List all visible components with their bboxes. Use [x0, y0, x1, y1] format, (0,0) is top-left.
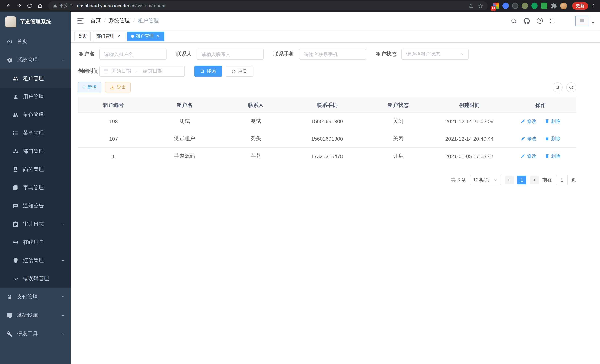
refresh-table-button[interactable]: [566, 82, 576, 92]
sidebar-group-system[interactable]: 系统管理: [0, 51, 71, 69]
sidebar-item-notice[interactable]: 通知公告: [0, 197, 71, 215]
tag-dept[interactable]: 部门管理: [93, 31, 125, 41]
sidebar-fold-icon[interactable]: [76, 17, 84, 25]
breadcrumb-home[interactable]: 首页: [91, 18, 109, 24]
sidebar-group-pay[interactable]: 支付管理: [0, 288, 71, 306]
goto-page-input[interactable]: [556, 175, 568, 185]
table-header: 租户编号 租户名 联系人 联系手机 租户状态 创建时间 操作: [78, 98, 576, 113]
user-avatar[interactable]: [575, 16, 589, 26]
ext-dark-icon[interactable]: [512, 3, 518, 9]
pagination-total: 共 3 条: [451, 177, 466, 183]
tag-label: 部门管理: [96, 33, 114, 39]
reset-button[interactable]: 重置: [225, 66, 253, 77]
tag-home[interactable]: 首页: [74, 31, 91, 41]
browser-update-button[interactable]: 更新: [572, 2, 588, 9]
ext-colorful-icon[interactable]: 10: [493, 3, 499, 9]
share-icon[interactable]: [469, 3, 474, 8]
cell-mobile: 15601691300: [291, 130, 363, 148]
ext-chat-icon[interactable]: [541, 3, 547, 9]
tenant-name-input[interactable]: [99, 49, 167, 60]
sidebar-item-dict[interactable]: 字典管理: [0, 178, 71, 197]
delete-link[interactable]: 删除: [545, 135, 561, 142]
sidebar-item-home[interactable]: 首页: [0, 32, 71, 51]
browser-reload-button[interactable]: [25, 1, 34, 10]
chevron-down-icon: [61, 222, 65, 226]
question-icon: [537, 18, 543, 24]
home-icon: [37, 3, 42, 9]
sidebar-item-post[interactable]: 岗位管理: [0, 160, 71, 178]
toggle-search-button[interactable]: [553, 82, 562, 92]
font-size-button[interactable]: [562, 17, 570, 25]
next-page-button[interactable]: [530, 176, 539, 184]
filter-row-1: 租户名 联系人 联系手机 租户状态 请选择租户状态: [78, 49, 576, 60]
cell-mobile: 17321315478: [291, 148, 363, 165]
main-area: 首页 系统管理 租户管理: [71, 11, 600, 364]
close-icon[interactable]: [116, 34, 121, 39]
ext-blue-icon[interactable]: [502, 3, 509, 9]
contact-input[interactable]: [197, 49, 264, 60]
log-icon: [13, 221, 19, 227]
filter-status: 租户状态 请选择租户状态: [376, 49, 469, 60]
avatar-dropdown-caret[interactable]: [592, 20, 594, 26]
sidebar-group-sms[interactable]: 短信管理: [0, 251, 71, 269]
delete-link[interactable]: 删除: [545, 118, 561, 125]
help-button[interactable]: [536, 17, 544, 25]
tag-tenant-active[interactable]: 租户管理: [127, 31, 164, 41]
back-arrow-icon: [6, 3, 11, 9]
prev-page-button[interactable]: [505, 176, 514, 184]
tag-label: 租户管理: [136, 33, 154, 39]
logo-image: [5, 16, 16, 28]
badge-icon: [13, 166, 19, 172]
chevron-down-icon: [460, 52, 465, 56]
page-size-select[interactable]: 10条/页: [470, 175, 501, 185]
fullscreen-button[interactable]: [549, 17, 557, 25]
edit-link[interactable]: 修改: [521, 153, 536, 159]
sidebar-item-label: 租户管理: [23, 75, 44, 82]
browser-profile-avatar[interactable]: [560, 2, 567, 9]
address-bar[interactable]: 不安全 dashboard.yudao.iocoder.cn/system/te…: [48, 1, 488, 10]
sidebar-item-label: 字典管理: [23, 184, 44, 191]
edit-link[interactable]: 修改: [521, 118, 536, 125]
date-range-picker[interactable]: 开始日期 - 结束日期: [99, 66, 185, 77]
mobile-input[interactable]: [299, 49, 366, 60]
status-select[interactable]: 请选择租户状态: [402, 49, 469, 60]
github-link[interactable]: [523, 17, 531, 25]
cell-status: 开启: [363, 148, 434, 165]
app-logo[interactable]: 芋道管理系统: [0, 11, 71, 32]
tag-label: 首页: [78, 33, 87, 39]
browser-home-button[interactable]: [35, 1, 45, 10]
sidebar-group-audit-log[interactable]: 审计日志: [0, 215, 71, 233]
search-button[interactable]: 搜索: [194, 66, 222, 77]
sidebar-item-menu[interactable]: 菜单管理: [0, 124, 71, 142]
export-button[interactable]: 导出: [105, 82, 131, 92]
sidebar-group-devtools[interactable]: 研发工具: [0, 325, 71, 343]
sidebar-item-user[interactable]: 用户管理: [0, 88, 71, 106]
ext-olive-icon[interactable]: [522, 3, 528, 9]
edit-link[interactable]: 修改: [521, 135, 536, 142]
sidebar-item-online[interactable]: 在线用户: [0, 233, 71, 251]
export-button-label: 导出: [117, 84, 126, 90]
sidebar-item-dept[interactable]: 部门管理: [0, 142, 71, 160]
page-number-button[interactable]: 1: [517, 176, 526, 184]
edit-label: 修改: [527, 118, 536, 125]
security-chip[interactable]: 不安全: [53, 3, 75, 9]
add-button[interactable]: 新增: [78, 82, 102, 92]
extensions-puzzle-icon[interactable]: [551, 3, 557, 9]
close-icon[interactable]: [155, 34, 161, 39]
sidebar: 芋道管理系统 首页 系统管理 租户管理 用户管理: [0, 11, 71, 364]
sidebar-group-infra[interactable]: 基础设施: [0, 306, 71, 325]
sidebar-item-errcode[interactable]: 错误码管理: [0, 269, 71, 288]
header-search-button[interactable]: [510, 17, 518, 25]
extensions-area: 10: [493, 2, 567, 9]
sidebar-item-tenant[interactable]: 租户管理: [0, 69, 71, 88]
sidebar-item-role[interactable]: 角色管理: [0, 106, 71, 124]
browser-forward-button[interactable]: [14, 1, 24, 10]
bookmark-star-icon[interactable]: [478, 2, 483, 9]
delete-link[interactable]: 删除: [545, 153, 561, 159]
browser-toolbar: 不安全 dashboard.yudao.iocoder.cn/system/te…: [0, 0, 600, 11]
breadcrumb-system[interactable]: 系统管理: [109, 18, 138, 24]
browser-back-button[interactable]: [4, 1, 13, 10]
ext-green-icon[interactable]: [531, 3, 538, 9]
url-path: /system/tenant: [135, 3, 166, 8]
browser-menu-button[interactable]: [590, 3, 596, 9]
